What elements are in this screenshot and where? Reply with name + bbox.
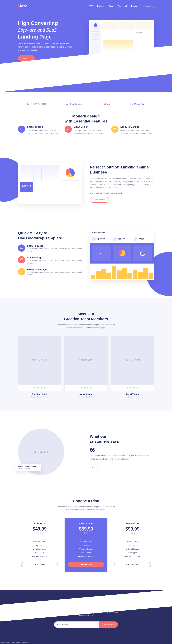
team-title: Meet OurCreative Team Members xyxy=(18,311,154,321)
solution-image: $,854.32 xyxy=(18,163,82,204)
member-name: Gray Simon xyxy=(64,393,108,396)
team-card: 370 X 423 Gray Simon Frontend Developer xyxy=(64,336,108,398)
svg-rect-3 xyxy=(20,271,23,273)
template-feat-manage: Easily to ManageLorem ipsum dolor sit am… xyxy=(18,268,82,276)
pricing-subtitle: Lorem ipsum dolor sit amet, consetetur s… xyxy=(54,505,118,512)
plan-price: $49.99 xyxy=(21,526,58,532)
member-role: Frontend Developer xyxy=(64,396,108,398)
choose-plan-button[interactable]: CHOOSE PLAN xyxy=(114,562,151,567)
image-placeholder: 370 X 423 xyxy=(32,358,47,362)
choose-plan-button[interactable]: CHOOSE PLAN xyxy=(21,562,58,567)
image-placeholder: 360 X 360 xyxy=(34,450,48,454)
feature-text: Lorem ipsum dolor sit amet, consetetur s… xyxy=(27,271,82,276)
solution-text-1: Lorem ipsum dolor sit amet, consetetur s… xyxy=(90,177,154,189)
team-subtitle: Lorem ipsum dolor sit amet, consetetur s… xyxy=(54,323,118,330)
logo[interactable]: 6laze xyxy=(18,4,27,8)
template-feat-saas: SaaS FocusedLorem ipsum dolor sit amet, … xyxy=(18,244,82,253)
hero-subtitle: Lorem ipsum dolor sit amet, consetetur s… xyxy=(18,42,72,52)
team-card: 370 X 423 Jonathon Smith Creative Produc… xyxy=(18,336,61,398)
plan-period: Monthly xyxy=(68,532,104,534)
feature-title: SaaS Focused xyxy=(27,244,82,247)
email-input[interactable] xyxy=(54,622,99,628)
client-logos: ◉GRAYGRIDS ∞LineIcons UIdeck ⬡PageBulb xyxy=(15,92,157,114)
dashboard-title: Be single minded xyxy=(92,232,105,234)
feature-title: SaaS Focused xyxy=(27,126,61,128)
main-nav: 6laze Home Features Team Testimonial Pri… xyxy=(15,0,157,12)
prev-arrow[interactable]: ‹ xyxy=(90,465,95,470)
template-title: Quick & Easy toUse Bootstrap Template xyxy=(18,230,82,240)
next-arrow[interactable]: › xyxy=(96,465,101,470)
plan-standard: STANDARD PLAN $69.99 Monthly Unlimited A… xyxy=(64,518,108,572)
hero-section: 6laze Home Features Team Testimonial Pri… xyxy=(0,0,172,92)
diamond-icon xyxy=(65,126,72,133)
features-section: Modern designwith Essential Features Saa… xyxy=(15,114,157,135)
solution-section: $,854.32 Perfect Solution Thriving Onlin… xyxy=(0,148,172,220)
feature-text: Lorem ipsum dolor sit amet, consetetur s… xyxy=(74,129,107,135)
svg-rect-2 xyxy=(20,247,23,248)
feature-title: Easily to Manage xyxy=(27,268,82,271)
svg-rect-0 xyxy=(20,128,23,130)
newsletter-section: Subscribe Newsletter Lorem ipsum dolor s… xyxy=(0,590,172,644)
hero-title: High Converting Software and SaaS Landin… xyxy=(18,20,84,40)
monitor-icon xyxy=(18,126,25,133)
testimonial-section: 360 X 360 Mohammad Hammad Frontend Devel… xyxy=(0,411,172,493)
nav-home[interactable]: Home xyxy=(88,5,93,7)
discover-more-button[interactable]: Discover More xyxy=(90,197,109,202)
logo-uideck: UIdeck xyxy=(102,103,110,106)
pricing-section: Choose a Plan Lorem ipsum dolor sit amet… xyxy=(0,493,172,590)
feature-saas: SaaS FocusedLorem ipsum dolor sit amet, … xyxy=(18,126,61,135)
feature-manage: Easily to ManageLorem ipsum dolor sit am… xyxy=(111,126,154,135)
features-title: Modern designwith Essential Features xyxy=(18,114,154,124)
feature-text: Lorem ipsum dolor sit amet, consetetur s… xyxy=(27,129,61,135)
feature-text: Lorem ipsum dolor sit amet, consetetur s… xyxy=(120,129,154,135)
customer-name: Mohammad Hammad xyxy=(18,465,39,468)
nav-testimonial[interactable]: Testimonial xyxy=(118,5,127,7)
logo-graygrids: ◉GRAYGRIDS xyxy=(26,102,46,106)
watermark-text: 约商邀号社区bbs.0xinlea.com免费下载使用执行 xyxy=(1,642,28,643)
download-button[interactable]: Download xyxy=(141,4,154,8)
revenue-badge: $,854.32 xyxy=(20,182,33,192)
testimonial-image: 360 X 360 Mohammad Hammad Frontend Devel… xyxy=(18,429,82,475)
member-role: Creative Product Designer xyxy=(18,396,61,398)
team-section: Meet OurCreative Team Members Lorem ipsu… xyxy=(0,298,172,411)
image-placeholder: 370 X 423 xyxy=(125,358,140,362)
member-role: Head Of CP xyxy=(111,396,154,398)
monitor-icon xyxy=(18,244,25,252)
avatar-icon xyxy=(94,23,97,27)
newsletter-form: Subscribe Now xyxy=(54,622,118,628)
logo-pagebulb: ⬡PageBulb xyxy=(130,102,146,106)
feature-title: Easily to Manage xyxy=(120,126,154,128)
logo-lineicons: ∞LineIcons xyxy=(66,102,82,106)
nav-features[interactable]: Features xyxy=(97,5,104,7)
plan-period: Monthly xyxy=(21,532,58,534)
svg-point-4 xyxy=(140,251,145,256)
nav-pricing[interactable]: Pricing xyxy=(131,5,137,7)
template-section: Quick & Easy toUse Bootstrap Template Sa… xyxy=(0,220,172,298)
newsletter-subtitle: Lorem ipsum dolor sit amet, consetetur s… xyxy=(51,611,121,617)
member-name: Donal Trump xyxy=(111,393,154,396)
feature-title: Clean Design xyxy=(27,256,82,259)
diamond-icon xyxy=(18,256,25,264)
feature-text: Lorem ipsum dolor sit amet, consetetur s… xyxy=(27,259,82,264)
image-placeholder: 370 X 423 xyxy=(79,358,94,362)
nav-links: Home Features Team Testimonial Pricing D… xyxy=(88,4,154,8)
plan-name: BASIC PLAN xyxy=(21,522,58,524)
plan-price: $99.99 xyxy=(114,526,151,532)
feature-title: Clean Design xyxy=(74,126,107,128)
testimonial-title: What ourcustomers says xyxy=(90,434,154,444)
choose-plan-button[interactable]: CHOOSE PLAN xyxy=(68,562,104,567)
plan-features: Unlimited Access30+ UsersUnlimited Stora… xyxy=(21,540,58,558)
newsletter-title: Subscribe Newsletter xyxy=(2,605,170,610)
nav-team[interactable]: Team xyxy=(109,5,113,7)
team-card: 370 X 423 Donal Trump Head Of CP xyxy=(111,336,154,398)
plan-basic: BASIC PLAN $49.99 Monthly Unlimited Acce… xyxy=(18,518,61,572)
feature-clean: Clean DesignLorem ipsum dolor sit amet, … xyxy=(65,126,107,135)
plan-name: STANDARD PLAN xyxy=(68,522,104,524)
briefcase-icon xyxy=(18,268,25,275)
template-image: Be single minded⋯ John Margess★★★★★ Saib… xyxy=(90,230,154,280)
customer-role: Frontend Developer xyxy=(18,468,30,470)
subscribe-button[interactable]: Subscribe Now xyxy=(99,622,118,628)
member-name: Jonathon Smith xyxy=(18,393,61,396)
solution-text-2: Ullamcorper Lorem ipsum dolor sit amet. xyxy=(90,192,154,194)
plan-features: Unlimited Access30+ UsersUnlimited Stora… xyxy=(68,540,104,558)
